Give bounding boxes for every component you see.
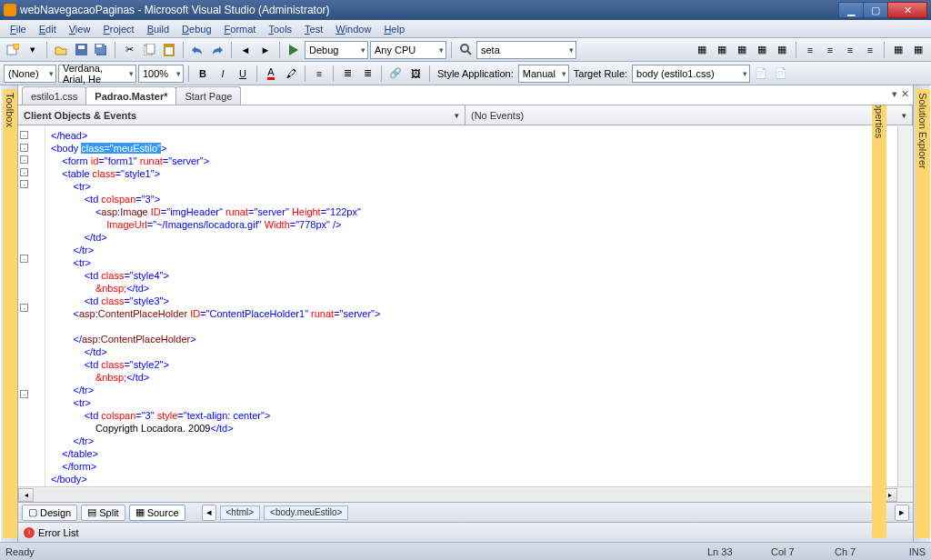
object-dropdown[interactable]: Client Objects & Events <box>18 105 466 125</box>
tool-icon[interactable]: ▦ <box>773 41 791 59</box>
menu-window[interactable]: Window <box>329 22 377 36</box>
error-list-tab[interactable]: ! Error List <box>18 522 913 542</box>
doc-tab[interactable]: Start Page <box>175 86 241 105</box>
code-editor[interactable]: -------- </head><body class="meuEstilo">… <box>18 125 913 486</box>
menu-edit[interactable]: Edit <box>33 22 63 36</box>
backcolor-icon[interactable]: 🖍 <box>282 65 300 83</box>
menu-tools[interactable]: Tools <box>262 22 298 36</box>
gutter: -------- <box>18 126 45 486</box>
error-icon: ! <box>24 527 35 538</box>
hscrollbar[interactable]: ◂ ▸ <box>18 486 913 502</box>
find-combo[interactable]: seta <box>476 41 576 59</box>
doc-tab[interactable]: Padrao.Master* <box>85 86 176 105</box>
save-all-icon[interactable] <box>92 41 110 59</box>
add-item-icon[interactable]: ▾ <box>24 41 42 59</box>
design-view-button[interactable]: ▢Design <box>22 505 77 521</box>
zoom-combo[interactable]: 100% <box>138 65 184 83</box>
svg-rect-1 <box>14 44 19 49</box>
find-icon[interactable] <box>456 41 475 59</box>
menu-view[interactable]: View <box>63 22 97 36</box>
svg-rect-8 <box>146 44 155 54</box>
bc-forward-icon[interactable]: ▸ <box>895 505 909 521</box>
underline-icon[interactable]: U <box>234 65 252 83</box>
link-icon[interactable]: 🔗 <box>386 65 405 83</box>
new-project-icon[interactable] <box>4 41 22 59</box>
target-rule-combo[interactable]: body (estilo1.css) <box>632 65 750 83</box>
menu-format[interactable]: Format <box>218 22 263 36</box>
start-debug-icon[interactable] <box>285 41 303 59</box>
image-icon[interactable]: 🖼 <box>406 65 425 83</box>
comment-icon[interactable]: ≡ <box>841 41 859 59</box>
menu-debug[interactable]: Debug <box>175 22 217 36</box>
redo-icon[interactable] <box>208 41 226 59</box>
doc-tab[interactable]: estilo1.css <box>22 86 86 105</box>
undo-icon[interactable] <box>188 41 206 59</box>
tool-icon[interactable]: ▦ <box>753 41 771 59</box>
events-dropdown[interactable]: (No Events) <box>466 105 913 125</box>
outdent-icon[interactable]: ≡ <box>801 41 819 59</box>
bold-icon[interactable]: B <box>194 65 212 83</box>
right-sidebar: Solution Explorer Properties <box>913 85 931 542</box>
forecolor-icon[interactable]: A <box>262 65 280 83</box>
minimize-button[interactable]: ▁ <box>838 2 864 18</box>
tool-icon[interactable]: ▦ <box>733 41 751 59</box>
statusbar: Ready Ln 33 Col 7 Ch 7 INS <box>0 542 931 560</box>
menu-project[interactable]: Project <box>96 22 140 36</box>
menu-test[interactable]: Test <box>298 22 329 36</box>
tool-icon[interactable]: ▦ <box>713 41 731 59</box>
numbers-icon[interactable]: ≣ <box>358 65 376 83</box>
bc-back-icon[interactable]: ◂ <box>202 505 216 521</box>
svg-rect-2 <box>75 44 87 55</box>
tag-combo[interactable]: (None) <box>4 65 56 83</box>
paste-icon[interactable] <box>160 41 178 59</box>
italic-icon[interactable]: I <box>214 65 232 83</box>
cut-icon[interactable]: ✂ <box>120 41 138 59</box>
bullets-icon[interactable]: ≣ <box>338 65 356 83</box>
platform-combo[interactable]: Any CPU <box>370 41 446 59</box>
app-icon <box>4 4 16 16</box>
titlebar: webNavegacaoPaginas - Microsoft Visual S… <box>0 0 931 20</box>
copy-icon[interactable] <box>140 41 158 59</box>
tool-icon[interactable]: ▦ <box>693 41 711 59</box>
status-ins: INS <box>898 546 926 557</box>
breadcrumb-body[interactable]: <body.meuEstilo> <box>264 505 348 520</box>
close-button[interactable]: ✕ <box>887 2 927 18</box>
breadcrumb-html[interactable]: <html> <box>220 505 261 520</box>
align-icon[interactable]: ≡ <box>310 65 328 83</box>
vscrollbar[interactable] <box>897 126 913 486</box>
save-icon[interactable] <box>72 41 90 59</box>
split-view-button[interactable]: ▤Split <box>81 505 125 521</box>
menu-help[interactable]: Help <box>377 22 411 36</box>
source-view-button[interactable]: ▦Source <box>129 505 185 521</box>
maximize-button[interactable]: ▢ <box>863 2 888 18</box>
nav-forward-icon[interactable]: ► <box>256 41 275 59</box>
svg-rect-10 <box>165 47 173 55</box>
css-icon[interactable]: 📄 <box>752 65 770 83</box>
svg-rect-3 <box>78 45 85 49</box>
indent-icon[interactable]: ≡ <box>821 41 839 59</box>
uncomment-icon[interactable]: ≡ <box>861 41 879 59</box>
tool-icon[interactable]: ▦ <box>889 41 907 59</box>
svg-line-12 <box>467 51 471 55</box>
style-app-combo[interactable]: Manual <box>518 65 569 83</box>
code-area[interactable]: </head><body class="meuEstilo"> <form id… <box>45 126 897 486</box>
scroll-left-icon[interactable]: ◂ <box>18 488 34 502</box>
solution-explorer-tab[interactable]: Solution Explorer <box>916 89 930 538</box>
tab-close-icon[interactable]: ✕ <box>901 88 909 100</box>
menu-build[interactable]: Build <box>141 22 175 36</box>
nav-back-icon[interactable]: ◄ <box>236 41 255 59</box>
toolbox-tab[interactable]: Toolbox <box>3 89 17 538</box>
tool-icon[interactable]: ▦ <box>909 41 927 59</box>
tab-dropdown-icon[interactable]: ▾ <box>892 88 897 100</box>
open-icon[interactable] <box>52 41 70 59</box>
target-rule-label: Target Rule: <box>574 68 627 79</box>
config-combo[interactable]: Debug <box>305 41 368 59</box>
standard-toolbar: ▾ ✂ ◄ ► Debug Any CPU seta ▦ ▦ ▦ ▦ ▦ ≡ ≡… <box>0 38 931 62</box>
font-combo[interactable]: Verdana, Arial, He <box>58 65 136 83</box>
css-icon[interactable]: 📄 <box>772 65 790 83</box>
style-app-label: Style Application: <box>437 68 514 79</box>
status-line: Ln 33 <box>707 546 771 557</box>
window-title: webNavegacaoPaginas - Microsoft Visual S… <box>20 4 839 16</box>
format-toolbar: (None) Verdana, Arial, He 100% B I U A 🖍… <box>0 62 931 85</box>
menu-file[interactable]: File <box>4 22 33 36</box>
